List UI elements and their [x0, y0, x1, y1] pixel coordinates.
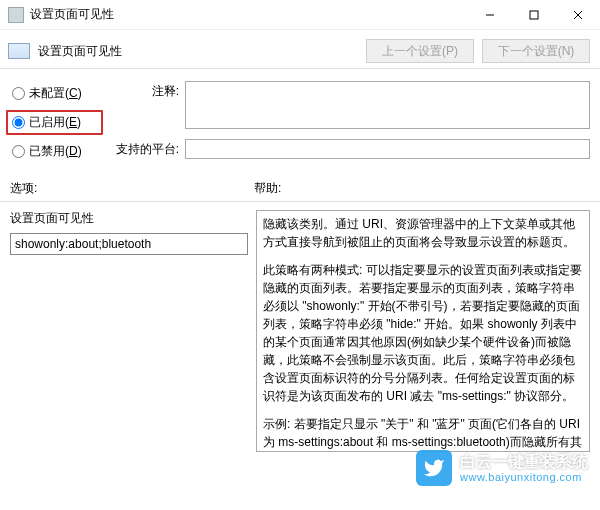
platform-field	[185, 139, 590, 159]
options-label: 选项:	[10, 180, 254, 197]
window-title: 设置页面可见性	[30, 6, 468, 23]
help-paragraph: 此策略有两种模式: 可以指定要显示的设置页面列表或指定要隐藏的页面列表。若要指定…	[263, 261, 583, 405]
help-pane: 隐藏该类别。通过 URI、资源管理器中的上下文菜单或其他方式直接导航到被阻止的页…	[256, 210, 590, 452]
comment-row: 注释:	[111, 81, 590, 129]
radio-enabled-input[interactable]	[12, 116, 25, 129]
close-button[interactable]	[556, 0, 600, 30]
options-field-label: 设置页面可见性	[10, 210, 248, 227]
svg-rect-1	[530, 11, 538, 19]
lower-split: 设置页面可见性 隐藏该类别。通过 URI、资源管理器中的上下文菜单或其他方式直接…	[0, 208, 600, 462]
help-paragraph: 示例: 若要指定只显示 "关于" 和 "蓝牙" 页面(它们各自的 URI 为 m…	[263, 415, 583, 452]
radio-enabled-label: 已启用(E)	[29, 114, 81, 131]
options-pane: 设置页面可见性	[10, 210, 248, 452]
maximize-button[interactable]	[512, 0, 556, 30]
window-titlebar: 设置页面可见性	[0, 0, 600, 30]
previous-setting-button[interactable]: 上一个设置(P)	[366, 39, 474, 63]
next-setting-button[interactable]: 下一个设置(N)	[482, 39, 590, 63]
radio-enabled[interactable]: 已启用(E)	[12, 114, 97, 131]
minimize-button[interactable]	[468, 0, 512, 30]
divider	[0, 68, 600, 69]
radio-disabled-label: 已禁用(D)	[29, 143, 82, 160]
app-icon	[8, 7, 24, 23]
help-label: 帮助:	[254, 180, 590, 197]
previous-setting-label: 上一个设置(P)	[382, 43, 458, 60]
radio-disabled[interactable]: 已禁用(D)	[12, 143, 97, 160]
window-controls	[468, 0, 600, 30]
help-paragraph: 隐藏该类别。通过 URI、资源管理器中的上下文菜单或其他方式直接导航到被阻止的页…	[263, 215, 583, 251]
comment-textarea[interactable]	[185, 81, 590, 129]
visibility-input[interactable]	[10, 233, 248, 255]
radio-not-configured[interactable]: 未配置(C)	[12, 85, 97, 102]
comment-label: 注释:	[111, 81, 179, 100]
radio-not-configured-label: 未配置(C)	[29, 85, 82, 102]
help-textbox[interactable]: 隐藏该类别。通过 URI、资源管理器中的上下文菜单或其他方式直接导航到被阻止的页…	[256, 210, 590, 452]
state-radios: 未配置(C) 已启用(E) 已禁用(D)	[12, 81, 97, 160]
watermark-line2: www.baiyunxitong.com	[460, 471, 588, 483]
radio-not-configured-input[interactable]	[12, 87, 25, 100]
divider	[0, 201, 600, 202]
policy-title: 设置页面可见性	[38, 43, 358, 60]
next-setting-label: 下一个设置(N)	[498, 43, 575, 60]
platform-label: 支持的平台:	[111, 139, 179, 158]
config-area: 未配置(C) 已启用(E) 已禁用(D) 注释: 支持的平台:	[0, 75, 600, 162]
fields: 注释: 支持的平台:	[111, 81, 590, 160]
enabled-highlight: 已启用(E)	[6, 110, 103, 135]
radio-disabled-input[interactable]	[12, 145, 25, 158]
platform-row: 支持的平台:	[111, 139, 590, 159]
policy-header: 设置页面可见性 上一个设置(P) 下一个设置(N)	[0, 30, 600, 68]
policy-icon	[8, 43, 30, 59]
section-labels: 选项: 帮助:	[0, 162, 600, 201]
